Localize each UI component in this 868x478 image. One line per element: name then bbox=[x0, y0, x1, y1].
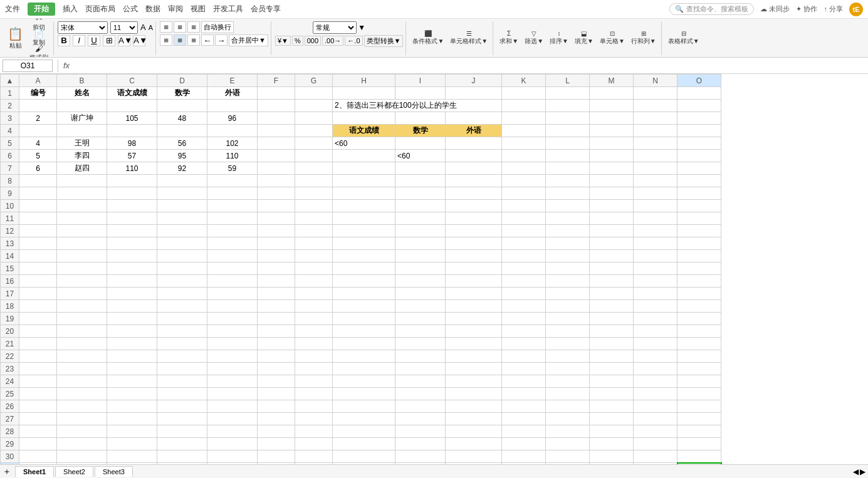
indent-inc-btn[interactable]: → bbox=[215, 34, 227, 46]
cell-k4[interactable] bbox=[502, 125, 546, 137]
sheet-tab-1[interactable]: Sheet1 bbox=[15, 466, 54, 477]
cell-k6[interactable] bbox=[502, 150, 546, 162]
col-header-h[interactable]: H bbox=[333, 75, 395, 87]
col-header-m[interactable]: M bbox=[590, 75, 634, 87]
cell-l3[interactable] bbox=[546, 112, 590, 125]
cell-a7[interactable]: 6 bbox=[19, 162, 57, 175]
col-header-o[interactable]: O bbox=[677, 75, 721, 87]
filter-btn[interactable]: ▽筛选▼ bbox=[522, 23, 546, 53]
cell-c3[interactable]: 105 bbox=[107, 112, 157, 125]
table-format-btn[interactable]: ⊟表格样式▼ bbox=[666, 23, 702, 53]
cell-a5[interactable]: 4 bbox=[19, 137, 57, 150]
col-header-j[interactable]: J bbox=[446, 75, 502, 87]
col-header-e[interactable]: E bbox=[207, 75, 258, 87]
cell-j4[interactable]: 外语 bbox=[446, 125, 502, 137]
cell-o4[interactable] bbox=[677, 125, 721, 137]
collab-label[interactable]: ✦ 协作 bbox=[796, 4, 817, 14]
cut-btn[interactable]: ✂剪切 bbox=[27, 19, 51, 30]
cell-f5[interactable] bbox=[258, 137, 295, 150]
col-header-b[interactable]: B bbox=[57, 75, 107, 87]
cell-b6[interactable]: 李四 bbox=[57, 150, 107, 162]
align-left-btn[interactable]: ≡ bbox=[160, 34, 172, 46]
cell-d7[interactable]: 92 bbox=[157, 162, 207, 175]
menu-review[interactable]: 审阅 bbox=[168, 4, 183, 14]
select-all-icon[interactable]: ▲ bbox=[6, 76, 14, 85]
cell-d4[interactable] bbox=[157, 125, 207, 137]
cell-f3[interactable] bbox=[258, 112, 295, 125]
cell-e7[interactable]: 59 bbox=[207, 162, 258, 175]
cell-b5[interactable]: 王明 bbox=[57, 137, 107, 150]
cell-o1[interactable] bbox=[677, 87, 721, 100]
cell-e2[interactable] bbox=[207, 100, 258, 112]
align-middle-btn[interactable]: ≡ bbox=[174, 21, 186, 33]
col-header-l[interactable]: L bbox=[546, 75, 590, 87]
cell-b1[interactable]: 姓名 bbox=[57, 87, 107, 100]
cell-e3[interactable]: 96 bbox=[207, 112, 258, 125]
cell-d2[interactable] bbox=[157, 100, 207, 112]
menu-vip[interactable]: 会员专享 bbox=[251, 4, 281, 14]
cell-n6[interactable] bbox=[634, 150, 677, 162]
cell-m2[interactable] bbox=[590, 100, 634, 112]
cell-d1[interactable]: 数学 bbox=[157, 87, 207, 100]
cell-g3[interactable] bbox=[295, 112, 333, 125]
font-size-select[interactable]: 11 bbox=[110, 21, 138, 34]
cell-i4[interactable]: 数学 bbox=[395, 125, 446, 137]
cell-m1[interactable] bbox=[590, 87, 634, 100]
cell-d3[interactable]: 48 bbox=[157, 112, 207, 125]
cell-j1[interactable] bbox=[446, 87, 502, 100]
sheet-tab-3[interactable]: Sheet3 bbox=[95, 466, 133, 477]
align-bottom-btn[interactable]: ≡ bbox=[187, 21, 200, 33]
cell-f7[interactable] bbox=[258, 162, 295, 175]
col-header-a[interactable]: A bbox=[19, 75, 57, 87]
cell-g7[interactable] bbox=[295, 162, 333, 175]
cell-b3[interactable]: 谢广坤 bbox=[57, 112, 107, 125]
col-header-i[interactable]: I bbox=[395, 75, 446, 87]
cell-h7[interactable] bbox=[333, 162, 395, 175]
number-format-arrow[interactable]: ▼ bbox=[358, 23, 365, 32]
merge-center-btn[interactable]: 合并居中▼ bbox=[229, 34, 268, 46]
cell-h6[interactable] bbox=[333, 150, 395, 162]
border-btn[interactable]: ⊞ bbox=[103, 35, 115, 46]
cell-j5[interactable] bbox=[446, 137, 502, 150]
cell-j6[interactable] bbox=[446, 150, 502, 162]
cell-l5[interactable] bbox=[546, 137, 590, 150]
cell-o5[interactable] bbox=[677, 137, 721, 150]
align-center-btn[interactable]: ≡ bbox=[174, 34, 186, 46]
cell-c4[interactable] bbox=[107, 125, 157, 137]
menu-formula[interactable]: 公式 bbox=[123, 4, 138, 14]
cell-m6[interactable] bbox=[590, 150, 634, 162]
col-header-d[interactable]: D bbox=[157, 75, 207, 87]
col-header-f[interactable]: F bbox=[258, 75, 295, 87]
cell-g2[interactable] bbox=[295, 100, 333, 112]
sync-label[interactable]: ☁ 未同步 bbox=[760, 4, 790, 14]
cell-a4[interactable] bbox=[19, 125, 57, 137]
user-avatar[interactable]: tE bbox=[849, 3, 863, 16]
cell-m5[interactable] bbox=[590, 137, 634, 150]
add-sheet-btn[interactable]: ＋ bbox=[3, 466, 11, 477]
btn-start[interactable]: 开始 bbox=[28, 3, 55, 16]
menu-layout[interactable]: 页面布局 bbox=[85, 4, 115, 14]
copy-btn[interactable]: 📄复制 bbox=[27, 31, 51, 45]
cell-o3[interactable] bbox=[677, 112, 721, 125]
cell-n4[interactable] bbox=[634, 125, 677, 137]
cell-o31-selected[interactable] bbox=[677, 463, 721, 465]
cell-n7[interactable] bbox=[634, 162, 677, 175]
cell-n2[interactable] bbox=[634, 100, 677, 112]
fill-btn[interactable]: ⬓填充▼ bbox=[572, 23, 596, 53]
cell-b7[interactable]: 赵四 bbox=[57, 162, 107, 175]
cell-m7[interactable] bbox=[590, 162, 634, 175]
sheet-tab-2[interactable]: Sheet2 bbox=[55, 466, 93, 477]
cell-f6[interactable] bbox=[258, 150, 295, 162]
cell-m4[interactable] bbox=[590, 125, 634, 137]
menu-view[interactable]: 视图 bbox=[191, 4, 206, 14]
cell-h4[interactable]: 语文成绩 bbox=[333, 125, 395, 137]
cell-b4[interactable] bbox=[57, 125, 107, 137]
number-format-select[interactable]: 常规 bbox=[313, 21, 357, 34]
cell-a6[interactable]: 5 bbox=[19, 150, 57, 162]
percent-btn[interactable]: % bbox=[292, 36, 303, 46]
font-family-select[interactable]: 宋体 bbox=[58, 21, 108, 34]
cell-l6[interactable] bbox=[546, 150, 590, 162]
cell-k3[interactable] bbox=[502, 112, 546, 125]
grid-container[interactable]: ▲ A B C D E F G H I J K L M bbox=[0, 74, 868, 464]
cell-ref-input[interactable]: O31 bbox=[3, 60, 53, 72]
